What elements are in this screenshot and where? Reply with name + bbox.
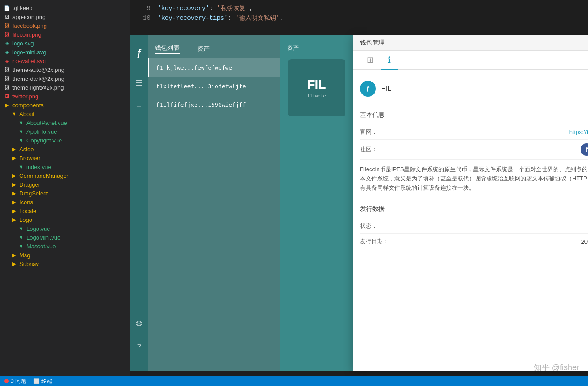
file-icon-copyright: ▼ (18, 137, 25, 144)
file-tree-item-app-info[interactable]: ▼AppInfo.vue (0, 127, 130, 136)
file-tree-item-copyright[interactable]: ▼Copyright.vue (0, 136, 130, 145)
status-terminal-item[interactable]: ⬜ 终端 (33, 378, 52, 385)
file-icon-theme-auto: 🖼 (4, 66, 11, 73)
community-label: 社区： (360, 146, 377, 154)
file-name-about-panel: AboutPanel.vue (26, 120, 67, 126)
minimize-button[interactable]: ─ (585, 40, 588, 46)
sidebar-settings-icon[interactable]: ⚙ (131, 316, 147, 332)
dialog-titlebar: 钱包管理 ─ □ × (353, 35, 588, 51)
info-icon: ℹ (388, 55, 391, 65)
facebook-button[interactable]: f (581, 143, 588, 156)
file-tree-item-theme-light[interactable]: 🖼theme-light@2x.png (0, 83, 130, 92)
file-icon-browser-folder: ▶ (11, 154, 18, 161)
file-tree-item-aside-folder[interactable]: ▶Aside (0, 145, 130, 154)
info-row-issue-date: 发行日期： 2017-12-14 (360, 234, 588, 249)
dialog-title: 钱包管理 (360, 39, 385, 47)
issue-date-label: 发行日期： (360, 237, 389, 245)
wallet-address-item-1[interactable]: f1xlfefleef...l3iofefwljfe (148, 77, 280, 95)
file-icon-aside-folder: ▶ (11, 146, 18, 153)
tab-info[interactable]: ℹ (381, 51, 398, 70)
file-tree-item-logo-mini-svg[interactable]: ◈logo-mini.svg (0, 48, 130, 56)
website-link[interactable]: https://filecoin.io (569, 129, 588, 135)
wallet-address-text-1: f1xlfefleef...l3iofefwljfe (156, 83, 246, 90)
asset-header-label: 资产 (280, 44, 299, 52)
file-tree-item-gitkeep[interactable]: 📄.gitkeep (0, 4, 130, 12)
wallet-address-list: f1jkjlwe...fewfefwefwe f1xlfefleef...l3i… (148, 58, 280, 371)
dialog-tabs: ⊞ ℹ (353, 51, 588, 70)
file-icon-msg-folder: ▶ (11, 251, 18, 259)
file-tree-item-msg-folder[interactable]: ▶Msg (0, 251, 130, 259)
file-icon-no-wallet-svg: ◈ (4, 57, 11, 64)
file-tree-item-facebook[interactable]: 🖼facebook.png (0, 21, 130, 30)
file-tree-item-logo-vue[interactable]: ▼Logo.vue (0, 224, 130, 233)
asset-fil-box[interactable]: FIL f1fwefe (288, 59, 345, 116)
file-tree-item-twitter[interactable]: 🖼twitter.png (0, 92, 130, 101)
file-tree-item-icons-folder[interactable]: ▶Icons (0, 198, 130, 206)
file-name-theme-dark: theme-dark@2x.png (12, 75, 64, 82)
error-count: 0 (11, 378, 14, 384)
file-name-facebook: facebook.png (12, 22, 47, 29)
file-tree-item-about-panel[interactable]: ▼AboutPanel.vue (0, 118, 130, 127)
file-icon-components: ▶ (4, 101, 11, 109)
file-tree-item-app-icon[interactable]: 🖼app-icon.png (0, 12, 130, 21)
wallet-main: 钱包列表 资产 f1jkjlwe...fewfefwefwe f1xlfefle… (148, 35, 588, 371)
sidebar-add-icon[interactable]: ＋ (131, 98, 147, 114)
file-tree-item-theme-auto[interactable]: 🖼theme-auto@2x.png (0, 65, 130, 74)
wallet-info-dialog: 钱包管理 ─ □ × ⊞ ℹ (353, 35, 588, 371)
file-tree-item-drag-select-folder[interactable]: ▶DragSelect (0, 189, 130, 198)
status-error-item[interactable]: 0 问题 (4, 378, 26, 385)
file-name-theme-light: theme-light@2x.png (12, 84, 64, 91)
file-tree-item-components[interactable]: ▶components (0, 101, 130, 109)
file-tree-item-logo-svg[interactable]: ◈logo.svg (0, 39, 130, 48)
file-icon-filecoin: 🖼 (4, 31, 11, 38)
file-name-subnav-folder: Subnav (19, 261, 39, 267)
file-icon-locale-folder: ▶ (11, 207, 18, 214)
file-tree-item-browser-folder[interactable]: ▶Browser (0, 154, 130, 162)
file-name-components: components (12, 102, 44, 109)
file-name-logo-mini-vue: LogoMini.vue (26, 234, 60, 241)
file-icon-logo-folder: ▶ (11, 216, 18, 223)
sidebar-help-icon[interactable]: ? (131, 339, 147, 355)
tab-grid[interactable]: ⊞ (360, 51, 381, 69)
file-tree-item-filecoin[interactable]: 🖼filecoin.png (0, 30, 130, 39)
file-name-logo-vue: Logo.vue (26, 225, 50, 232)
file-tree-item-mascot-vue[interactable]: ▼Mascot.vue (0, 242, 130, 251)
code-content-9: 'key-recovery': '私钥恢复', (157, 4, 253, 13)
wallet-address-item-0[interactable]: f1jkjlwe...fewfefwefwe (148, 58, 280, 77)
file-tree-item-subnav-folder[interactable]: ▶Subnav (0, 259, 130, 268)
file-tree-item-no-wallet-svg[interactable]: ◈no-wallet.svg (0, 56, 130, 65)
file-name-logo-mini-svg: logo-mini.svg (12, 49, 46, 56)
file-tree-item-logo-mini-vue[interactable]: ▼LogoMini.vue (0, 233, 130, 242)
coin-header: ƒ FIL (360, 77, 588, 104)
file-icon-app-icon: 🖼 (4, 13, 11, 20)
file-icon-icons-folder: ▶ (11, 199, 18, 206)
file-tree-item-about-folder[interactable]: ▼About (0, 109, 130, 118)
wallet-asset-panel: 资产 FIL f1fwefe (280, 35, 353, 371)
file-name-twitter: twitter.png (12, 93, 38, 100)
sidebar-menu-icon[interactable]: ☰ (131, 75, 147, 91)
file-tree-item-locale-folder[interactable]: ▶Locale (0, 206, 130, 215)
file-tree-item-index-vue[interactable]: ▼index.vue (0, 162, 130, 171)
file-icon-logo-svg: ◈ (4, 40, 11, 47)
plus-icon: ＋ (135, 101, 143, 111)
wallet-address-item-2[interactable]: f1ilfifefjxe...i590wiefjff (148, 95, 280, 114)
info-row-status: 状态： 流通中 (360, 218, 588, 234)
file-icon-facebook: 🖼 (4, 22, 11, 29)
file-name-logo-folder: Logo (19, 217, 32, 223)
file-tree-item-command-manager[interactable]: ▶CommandManager (0, 171, 130, 180)
file-name-msg-folder: Msg (19, 252, 30, 259)
file-tree-item-logo-folder[interactable]: ▶Logo (0, 215, 130, 224)
file-name-mascot-vue: Mascot.vue (26, 243, 56, 250)
tab-asset[interactable]: 资产 (197, 45, 210, 53)
file-icon-mascot-vue: ▼ (18, 243, 25, 250)
file-name-about-folder: About (19, 111, 34, 117)
file-name-gitkeep: .gitkeep (12, 5, 33, 11)
file-tree-item-theme-dark[interactable]: 🖼theme-dark@2x.png (0, 74, 130, 83)
file-icon-logo-vue: ▼ (18, 225, 25, 232)
line-number-10: 10 (137, 13, 150, 23)
dialog-content: ƒ FIL 基本信息 官网： https://filecoin.io 社区： f (353, 70, 588, 371)
errors-label: 问题 (15, 378, 26, 385)
file-tree-item-dragger-folder[interactable]: ▶Dragger (0, 180, 130, 189)
tab-wallet-list[interactable]: 钱包列表 (155, 44, 180, 54)
status-label: 状态： (360, 222, 377, 230)
